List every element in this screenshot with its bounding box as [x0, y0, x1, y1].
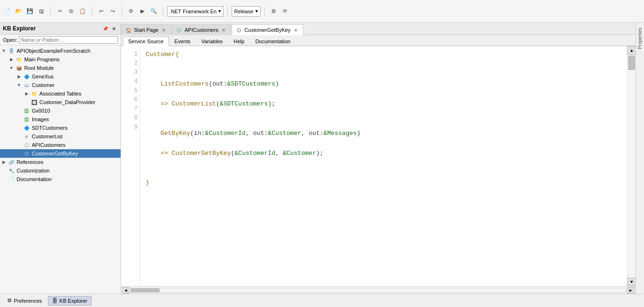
- copy-btn[interactable]: ⧉: [66, 6, 76, 17]
- prefs-icon: ⚙: [7, 297, 12, 304]
- label-references: References: [17, 159, 43, 165]
- cut-btn[interactable]: ✂: [55, 6, 65, 17]
- icon-kb: 🗄: [8, 47, 15, 55]
- bottom-tab-kb-explorer[interactable]: 🗄 KB Explorer: [48, 296, 92, 306]
- kb-explorer-label: KB Explorer: [59, 298, 87, 304]
- sub-tab-variables-label: Variables: [201, 38, 223, 44]
- redo-btn[interactable]: ↪: [107, 6, 118, 17]
- label-customergetbykey: CustomerGetByKey: [32, 151, 78, 156]
- tree-item-main-programs[interactable]: ▶ 📁 Main Programs: [0, 55, 121, 64]
- scroll-down-btn[interactable]: ▼: [627, 278, 635, 286]
- tree-item-root-module[interactable]: ▼ 📦 Root Module: [0, 64, 121, 72]
- arrow-refs: ▶: [0, 160, 8, 164]
- build-config-dropdown[interactable]: Release ▾: [232, 6, 260, 17]
- tab-start-page-label: Start Page: [134, 27, 159, 33]
- prefs-label: Preferences: [14, 298, 42, 304]
- sidebar-pin-btn[interactable]: 📌: [102, 25, 109, 32]
- tree-item-documentation[interactable]: ▶ 📄 Documentation: [0, 175, 121, 183]
- extra-tools: ⊞ ⟳: [269, 6, 290, 17]
- scroll-track[interactable]: [627, 55, 635, 278]
- apicustomers-tab-icon: ⬡: [176, 27, 183, 33]
- tree-item-customer-dp[interactable]: ▶ 🔲 Customer_DataProvider: [0, 98, 121, 106]
- code-line-1: Customer{: [146, 50, 621, 60]
- folder-icon-assoc: 📁: [30, 90, 38, 97]
- sidebar-title: KB Explorer: [3, 25, 36, 32]
- bottom-tab-preferences[interactable]: ⚙ Preferences: [3, 296, 46, 306]
- paste-btn[interactable]: 📋: [77, 6, 88, 17]
- label-associated-tables: Associated Tables: [39, 91, 81, 96]
- framework-dropdown[interactable]: .NET Framework En ▾: [167, 6, 224, 17]
- label-sdtcustomers: SDTCustomers: [32, 125, 67, 131]
- kb-tree: ▼ 🗄 APIObjectExampleFromScratch ▶ 📁 Main…: [0, 46, 121, 294]
- sub-tab-events[interactable]: Events: [169, 37, 196, 46]
- label-customization: Customization: [17, 168, 50, 173]
- main-toolbar: 📄 📂 💾 🖫 ✂ ⧉ 📋 ↩ ↪ ⚙ ▶ 🔍 .NET Framework E…: [0, 0, 644, 23]
- sep5: [227, 7, 228, 16]
- debug-btn[interactable]: 🔍: [149, 6, 159, 17]
- tree-item-gx0010[interactable]: ▶ 🖼 Gx0010: [0, 106, 121, 115]
- tab-start-page[interactable]: 🏠 Start Page ✕: [121, 24, 171, 35]
- code-line-6: GetByKey(in:&CustomerId, out:&Customer, …: [146, 129, 621, 139]
- tab-apicustomers[interactable]: ⬡ APICustomers ✕: [172, 24, 231, 35]
- content-area: 🏠 Start Page ✕ ⬡ APICustomers ✕ ⬡ Custom…: [121, 23, 635, 294]
- scroll-right-btn[interactable]: ►: [627, 287, 635, 294]
- tree-item-apicustomers[interactable]: ▶ ⬡ APICustomers: [0, 141, 121, 149]
- save-btn[interactable]: 💾: [25, 6, 35, 17]
- main-container: KB Explorer 📌 ✕ Open: ▼ 🗄 APIObjectExamp…: [0, 23, 644, 294]
- open-label: Open:: [3, 37, 17, 43]
- tree-item-associated-tables[interactable]: ▶ 📁 Associated Tables: [0, 89, 121, 98]
- arrow-root-module: ▼: [8, 66, 15, 70]
- sidebar-close-btn[interactable]: ✕: [110, 25, 118, 32]
- sub-tab-variables[interactable]: Variables: [196, 37, 228, 46]
- sub-tab-help-label: Help: [233, 38, 244, 44]
- build-tools: ⚙ ▶ 🔍: [126, 6, 159, 17]
- tree-item-customerlist[interactable]: ▶ ≡ CustomerList: [0, 132, 121, 141]
- kb-explorer-icon: 🗄: [52, 298, 57, 304]
- scroll-left-btn[interactable]: ◄: [122, 287, 130, 294]
- new-btn[interactable]: 📄: [2, 6, 12, 17]
- sub-tab-service-source[interactable]: Service Source: [123, 37, 169, 46]
- tab-customergetbykey[interactable]: ⬡ CustomerGetByKey ✕: [232, 24, 303, 35]
- tree-item-customization[interactable]: ▶ 🔧 Customization: [0, 166, 121, 175]
- sidebar-header: KB Explorer 📌 ✕: [0, 23, 121, 35]
- close-apicustomers[interactable]: ✕: [220, 27, 227, 33]
- save-all-btn[interactable]: 🖫: [36, 6, 47, 17]
- open-input[interactable]: [19, 36, 118, 44]
- extra-btn2[interactable]: ⟳: [280, 6, 290, 17]
- tree-item-genexus[interactable]: ▶ 🔷 GeneXus: [0, 72, 121, 81]
- code-line-9: }: [146, 178, 621, 188]
- close-start-page[interactable]: ✕: [160, 27, 167, 33]
- open-btn[interactable]: 📂: [13, 6, 24, 17]
- ln3: 3: [123, 68, 138, 77]
- sub-tab-bar: Service Source Events Variables Help Doc…: [121, 35, 635, 46]
- code-content[interactable]: Customer{ ListCustomers(out:&SDTCustomer…: [140, 46, 627, 286]
- sub-tab-documentation[interactable]: Documentation: [250, 37, 296, 46]
- sub-tab-help[interactable]: Help: [228, 37, 250, 46]
- scroll-up-btn[interactable]: ▲: [627, 46, 635, 55]
- extra-btn1[interactable]: ⊞: [269, 6, 279, 17]
- ln4: 4: [123, 77, 138, 86]
- list-icon: ≡: [23, 133, 30, 140]
- edit-tools: ✂ ⧉ 📋: [55, 6, 88, 17]
- sep1: [50, 7, 51, 16]
- h-scroll-track[interactable]: [131, 288, 626, 293]
- label-customer-dp: Customer_DataProvider: [39, 99, 95, 105]
- tree-item-customer[interactable]: ▼ 🗂 Customer: [0, 81, 121, 89]
- arrow-genexus: ▶: [15, 74, 23, 79]
- ln1: 1: [123, 50, 138, 59]
- tree-item-root[interactable]: ▼ 🗄 APIObjectExampleFromScratch: [0, 47, 121, 55]
- tree-item-references[interactable]: ▶ 🔗 References: [0, 158, 121, 166]
- tree-item-customergetbykey[interactable]: ▶ ⬡ CustomerGetByKey: [0, 149, 121, 158]
- sep4: [163, 7, 163, 16]
- ln6: 6: [123, 96, 138, 105]
- images-icon: 🖼: [23, 115, 30, 123]
- tree-item-sdtcustomers[interactable]: ▶ 🔷 SDTCustomers: [0, 124, 121, 132]
- web-icon: ⬡: [23, 150, 30, 157]
- run-btn[interactable]: ▶: [137, 6, 148, 17]
- tree-item-images[interactable]: ▶ 🖼 Images: [0, 115, 121, 124]
- build-btn[interactable]: ⚙: [126, 6, 136, 17]
- close-customergetbykey[interactable]: ✕: [292, 27, 299, 33]
- custom-icon: 🔧: [8, 167, 15, 174]
- properties-label[interactable]: Properties: [636, 25, 644, 52]
- undo-btn[interactable]: ↩: [96, 6, 106, 17]
